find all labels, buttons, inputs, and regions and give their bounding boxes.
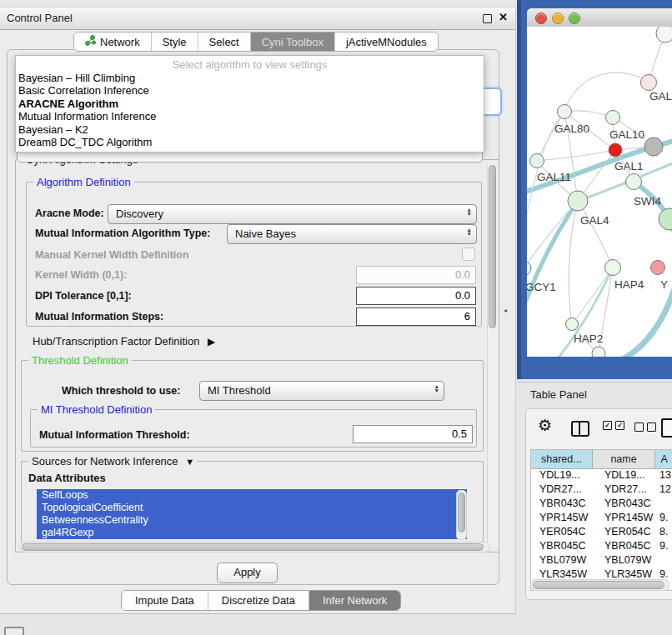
dpi-tolerance-input[interactable]: 0.0 bbox=[356, 287, 476, 305]
table-cell[interactable]: YBL079W bbox=[531, 553, 593, 568]
table-cell[interactable]: YDR27... bbox=[531, 482, 593, 497]
mi-threshold-input[interactable]: 0.5 bbox=[353, 425, 473, 443]
table-row[interactable]: YPR145WYPR145W9. bbox=[531, 511, 672, 525]
settings-vscrollbar-thumb[interactable] bbox=[489, 165, 496, 328]
table-cell[interactable]: 9. bbox=[656, 539, 672, 553]
network-node[interactable] bbox=[659, 208, 672, 230]
network-node[interactable] bbox=[656, 27, 672, 42]
float-window-icon[interactable] bbox=[483, 14, 492, 23]
table-cell[interactable]: YDR27... bbox=[593, 482, 656, 497]
network-node[interactable] bbox=[592, 347, 605, 357]
algorithm-option[interactable]: Bayesian – Hill Climbing bbox=[16, 72, 484, 84]
attribute-option[interactable]: gal4RGexp bbox=[37, 527, 467, 539]
apply-button[interactable]: Apply bbox=[217, 562, 278, 583]
expand-arrow-icon[interactable]: ▶ bbox=[208, 336, 215, 348]
network-node-hap4[interactable] bbox=[605, 260, 621, 276]
window-zoom-icon[interactable] bbox=[569, 12, 580, 24]
network-canvas[interactable]: GALGAL80GAL10GAL1GAL11SWI4GAL4GCY1HAP4YH… bbox=[527, 27, 672, 357]
network-node-gal[interactable] bbox=[641, 75, 657, 91]
table-cell[interactable]: YBR043C bbox=[593, 497, 656, 511]
table-cell[interactable]: YDL19... bbox=[593, 468, 656, 482]
tab-impute-data[interactable]: Impute Data bbox=[122, 591, 208, 610]
table-cell[interactable]: YPR145W bbox=[593, 511, 656, 525]
column-header-name[interactable]: name bbox=[593, 450, 656, 469]
network-node-y[interactable] bbox=[651, 261, 665, 275]
tab-cyni-toolbox[interactable]: Cyni Toolbox bbox=[251, 32, 335, 51]
table-cell[interactable] bbox=[656, 553, 672, 568]
deselect-all-icon[interactable] bbox=[634, 422, 656, 432]
attributes-vscrollbar[interactable] bbox=[456, 490, 467, 540]
network-graph[interactable]: GALGAL80GAL10GAL1GAL11SWI4GAL4GCY1HAP4YH… bbox=[527, 27, 672, 357]
settings-hscrollbar-thumb[interactable] bbox=[22, 543, 484, 551]
network-node-gal1[interactable] bbox=[609, 143, 622, 157]
table-cell[interactable]: YLR345W bbox=[531, 568, 593, 580]
table-row[interactable]: YDR27...YDR27...12 bbox=[531, 482, 672, 497]
algorithm-option[interactable]: Dream8 DC_TDC Algorithm bbox=[16, 136, 484, 148]
table-cell[interactable]: 9. bbox=[656, 568, 672, 580]
column-header-A[interactable]: A bbox=[655, 450, 672, 469]
settings-hscrollbar[interactable] bbox=[19, 542, 490, 552]
table-cell[interactable]: YBR045C bbox=[531, 539, 593, 553]
table-cell[interactable] bbox=[656, 497, 672, 511]
table-cell[interactable]: YPR145W bbox=[531, 511, 593, 525]
minimized-panel-button[interactable] bbox=[4, 627, 24, 635]
table-cell[interactable]: YER054C bbox=[593, 525, 656, 539]
collapse-arrow-icon[interactable]: ▼ bbox=[185, 457, 194, 467]
table-cell[interactable]: YDL19... bbox=[531, 468, 593, 482]
window-minimize-icon[interactable] bbox=[552, 12, 564, 24]
attributes-vscrollbar-thumb[interactable] bbox=[458, 492, 465, 532]
hub-section-label[interactable]: Hub/Transcription Factor Definition ▶ bbox=[33, 335, 215, 348]
aracne-mode-select[interactable]: Discovery ▲▼ bbox=[108, 204, 477, 224]
columns-icon[interactable] bbox=[571, 421, 589, 437]
network-node-swi4[interactable] bbox=[626, 174, 642, 190]
table-cell[interactable]: YBR043C bbox=[531, 497, 593, 511]
sources-group-title[interactable]: Sources for Network Inference ▼ bbox=[28, 455, 198, 468]
attribute-option[interactable]: TopologicalCoefficient bbox=[37, 502, 467, 514]
attribute-option[interactable]: BetweennessCentrality bbox=[37, 514, 467, 527]
page-icon[interactable] bbox=[661, 418, 672, 438]
algorithm-option[interactable]: Bayesian – K2 bbox=[16, 123, 484, 136]
select-all-icon[interactable]: ✓✓ bbox=[603, 421, 624, 430]
algorithm-option[interactable]: ARACNE Algorithm bbox=[16, 98, 484, 110]
manual-kernel-checkbox[interactable] bbox=[462, 248, 475, 261]
algorithm-option[interactable]: Basic Correlation Inference bbox=[16, 84, 484, 97]
mi-steps-input[interactable]: 6 bbox=[356, 308, 476, 326]
network-node-gcy1[interactable] bbox=[527, 261, 531, 276]
table-row[interactable]: YDL19...YDL19...13 bbox=[531, 468, 672, 482]
column-header-shared...[interactable]: shared... bbox=[531, 450, 593, 469]
kernel-width-input[interactable]: 0.0 bbox=[356, 266, 476, 284]
table-cell[interactable]: YBL079W bbox=[593, 553, 656, 568]
table-row[interactable]: YER054CYER054C8. bbox=[531, 525, 672, 539]
table-cell[interactable]: 9. bbox=[656, 511, 672, 525]
network-node-gal80[interactable] bbox=[558, 105, 572, 119]
table-cell[interactable]: YBR045C bbox=[593, 539, 656, 553]
tab-infer-network[interactable]: Infer Network bbox=[309, 591, 400, 610]
table-hscrollbar-thumb[interactable] bbox=[533, 581, 664, 589]
network-node[interactable] bbox=[644, 138, 663, 156]
mi-type-select[interactable]: Naive Bayes ▲▼ bbox=[227, 224, 477, 244]
attribute-option[interactable]: SelfLoops bbox=[37, 489, 467, 502]
close-window-icon[interactable]: ✕ bbox=[499, 11, 508, 23]
table-cell[interactable]: 13 bbox=[656, 468, 672, 482]
network-window-titlebar[interactable] bbox=[527, 8, 672, 28]
panel-splitter-handle[interactable]: ◂ bbox=[504, 307, 509, 315]
tab-network[interactable]: Network bbox=[74, 32, 152, 51]
gear-icon[interactable]: ⚙ bbox=[538, 418, 552, 434]
table-row[interactable]: YBL079WYBL079W bbox=[531, 553, 672, 568]
table-row[interactable]: YBR045CYBR045C9. bbox=[531, 539, 672, 553]
tab-discretize-data[interactable]: Discretize Data bbox=[208, 591, 309, 610]
tab-style[interactable]: Style bbox=[152, 32, 198, 51]
table-cell[interactable]: YLR345W bbox=[593, 568, 656, 580]
network-node-hap2[interactable] bbox=[566, 318, 579, 331]
table-cell[interactable]: YER054C bbox=[531, 525, 593, 539]
tab-select[interactable]: Select bbox=[198, 32, 251, 51]
table-row[interactable]: YBR043CYBR043C bbox=[531, 497, 672, 511]
table-cell[interactable]: 8. bbox=[656, 525, 672, 539]
network-node-gal4[interactable] bbox=[568, 191, 588, 211]
which-threshold-select[interactable]: MI Threshold ▲▼ bbox=[199, 381, 444, 401]
algorithm-option[interactable]: Mutual Information Inference bbox=[16, 110, 484, 122]
network-node-gal10[interactable] bbox=[606, 111, 620, 125]
table-cell[interactable]: 12 bbox=[656, 482, 672, 497]
table-hscrollbar[interactable] bbox=[530, 579, 669, 591]
table-row[interactable]: YLR345WYLR345W9. bbox=[531, 568, 672, 580]
